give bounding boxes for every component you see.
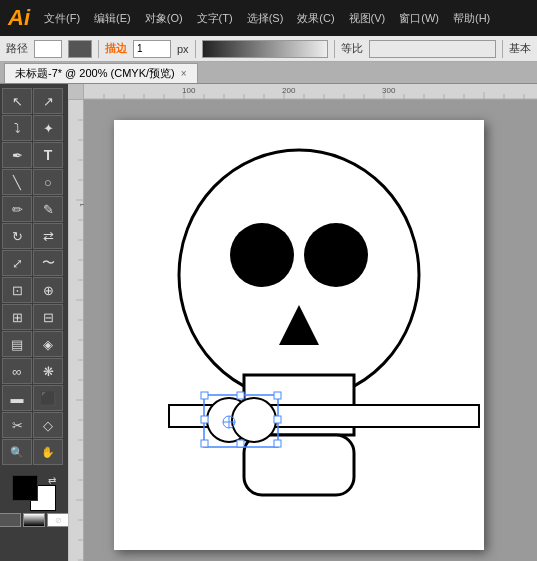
- svg-point-62: [232, 398, 276, 442]
- slice-tool[interactable]: ✂: [2, 412, 32, 438]
- select-tool[interactable]: ↖: [2, 88, 32, 114]
- tool-row-1: ↖ ↗: [2, 88, 66, 114]
- column-graph-tool[interactable]: ▬: [2, 385, 32, 411]
- toolbar: ↖ ↗ ⤵ ✦ ✒ T ╲ ○ ✏ ✎ ↻ ⇄ ⤢ 〜: [0, 84, 68, 561]
- canvas-area: 100 200 300: [68, 84, 537, 561]
- menu-file[interactable]: 文件(F): [40, 9, 84, 28]
- svg-text:300: 300: [382, 86, 396, 95]
- color-boxes: ⇄: [12, 475, 56, 511]
- path-label: 路径: [6, 41, 28, 56]
- divider-3: [334, 40, 335, 58]
- tool-row-9: ⊞ ⊟: [2, 304, 66, 330]
- svg-text:100: 100: [182, 86, 196, 95]
- ratio-label: 等比: [341, 41, 363, 56]
- pencil-tool[interactable]: ✎: [33, 196, 63, 222]
- document-tab[interactable]: 未标题-7* @ 200% (CMYK/预览) ×: [4, 63, 198, 83]
- pen-tool[interactable]: ✒: [2, 142, 32, 168]
- eraser-tool[interactable]: ◇: [33, 412, 63, 438]
- svg-rect-60: [244, 435, 354, 495]
- main-area: ↖ ↗ ⤵ ✦ ✒ T ╲ ○ ✏ ✎ ↻ ⇄ ⤢ 〜: [0, 84, 537, 561]
- stroke-label: 描边: [105, 41, 127, 56]
- menu-edit[interactable]: 编辑(E): [90, 9, 135, 28]
- tool-row-13: ✂ ◇: [2, 412, 66, 438]
- divider-1: [98, 40, 99, 58]
- title-bar: Ai 文件(F) 编辑(E) 对象(O) 文字(T) 选择(S) 效果(C) 视…: [0, 0, 537, 36]
- none-mode-btn[interactable]: ⊘: [47, 513, 69, 527]
- hand-tool[interactable]: ✋: [33, 439, 63, 465]
- menu-object[interactable]: 对象(O): [141, 9, 187, 28]
- horizontal-ruler: 100 200 300: [84, 84, 537, 100]
- tool-row-10: ▤ ◈: [2, 331, 66, 357]
- svg-point-56: [230, 223, 294, 287]
- tool-row-7: ⤢ 〜: [2, 250, 66, 276]
- ellipse-tool[interactable]: ○: [33, 169, 63, 195]
- gradient-tool[interactable]: ▤: [2, 331, 32, 357]
- tool-row-11: ∞ ❋: [2, 358, 66, 384]
- zoom-tool[interactable]: 🔍: [2, 439, 32, 465]
- divider-4: [502, 40, 503, 58]
- svg-rect-65: [237, 392, 244, 399]
- ratio-field[interactable]: [369, 40, 496, 58]
- canvas-content[interactable]: [84, 100, 537, 561]
- tab-bar: 未标题-7* @ 200% (CMYK/预览) ×: [0, 62, 537, 84]
- svg-rect-71: [274, 440, 281, 447]
- swap-colors-icon[interactable]: ⇄: [48, 475, 56, 486]
- shape-builder-tool[interactable]: ⊕: [33, 277, 63, 303]
- tab-title: 未标题-7* @ 200% (CMYK/预览): [15, 66, 175, 81]
- warp-tool[interactable]: 〜: [33, 250, 63, 276]
- menu-view[interactable]: 视图(V): [345, 9, 390, 28]
- tab-close-button[interactable]: ×: [181, 68, 187, 79]
- ai-logo: Ai: [8, 5, 30, 31]
- vertical-ruler: 1: [68, 100, 84, 561]
- svg-point-54: [179, 150, 419, 400]
- white-canvas: [114, 120, 484, 550]
- blend-tool[interactable]: ∞: [2, 358, 32, 384]
- color-mode-btn[interactable]: [0, 513, 21, 527]
- direct-select-tool[interactable]: ↗: [33, 88, 63, 114]
- svg-rect-70: [237, 440, 244, 447]
- artboard-tool[interactable]: ⬛: [33, 385, 63, 411]
- menu-select[interactable]: 选择(S): [243, 9, 288, 28]
- color-mode-buttons: ⊘: [0, 513, 69, 527]
- reflect-tool[interactable]: ⇄: [33, 223, 63, 249]
- ruler-corner: [68, 84, 84, 100]
- tool-row-8: ⊡ ⊕: [2, 277, 66, 303]
- type-tool[interactable]: T: [33, 142, 63, 168]
- svg-rect-69: [201, 440, 208, 447]
- svg-rect-66: [274, 392, 281, 399]
- basic-label: 基本: [509, 41, 531, 56]
- line-tool[interactable]: ╲: [2, 169, 32, 195]
- perspective-tool[interactable]: ⊞: [2, 304, 32, 330]
- svg-rect-64: [201, 392, 208, 399]
- mesh-tool[interactable]: ⊟: [33, 304, 63, 330]
- stroke-value-input[interactable]: [133, 40, 171, 58]
- stroke-color-box[interactable]: [68, 40, 92, 58]
- stroke-style-preview[interactable]: [202, 40, 329, 58]
- menu-window[interactable]: 窗口(W): [395, 9, 443, 28]
- tool-row-3: ✒ T: [2, 142, 66, 168]
- tool-row-6: ↻ ⇄: [2, 223, 66, 249]
- scale-tool[interactable]: ⤢: [2, 250, 32, 276]
- free-transform-tool[interactable]: ⊡: [2, 277, 32, 303]
- fill-swatch[interactable]: [34, 40, 62, 58]
- skull-artwork: [114, 120, 484, 550]
- tool-row-14: 🔍 ✋: [2, 439, 66, 465]
- options-bar: 路径 描边 px 等比 基本: [0, 36, 537, 62]
- menu-type[interactable]: 文字(T): [193, 9, 237, 28]
- color-section: ⇄ ⊘: [2, 475, 66, 527]
- tool-row-2: ⤵ ✦: [2, 115, 66, 141]
- paintbrush-tool[interactable]: ✏: [2, 196, 32, 222]
- eyedropper-tool[interactable]: ◈: [33, 331, 63, 357]
- menu-effect[interactable]: 效果(C): [293, 9, 338, 28]
- gradient-mode-btn[interactable]: [23, 513, 45, 527]
- rotate-tool[interactable]: ↻: [2, 223, 32, 249]
- menu-help[interactable]: 帮助(H): [449, 9, 494, 28]
- foreground-color-swatch[interactable]: [12, 475, 38, 501]
- divider-2: [195, 40, 196, 58]
- svg-text:200: 200: [282, 86, 296, 95]
- symbol-sprayer-tool[interactable]: ❋: [33, 358, 63, 384]
- lasso-tool[interactable]: ⤵: [2, 115, 32, 141]
- stroke-unit: px: [177, 43, 189, 55]
- magic-wand-tool[interactable]: ✦: [33, 115, 63, 141]
- svg-point-57: [304, 223, 368, 287]
